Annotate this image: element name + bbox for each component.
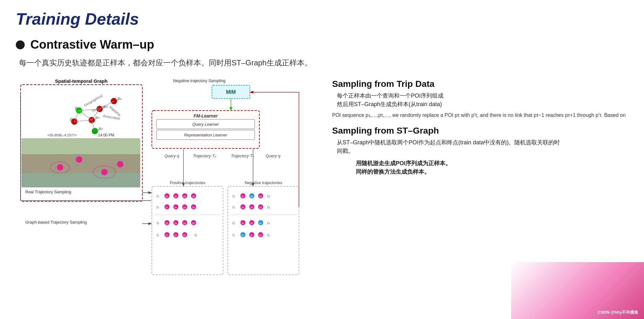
- svg-point-35: [117, 161, 123, 167]
- svg-text:p₅: p₅: [250, 233, 253, 237]
- section-title: Contrastive Warm–up: [30, 38, 154, 51]
- svg-point-69: [173, 204, 178, 209]
- sampling-st-text3: 间戳。: [337, 147, 628, 155]
- svg-rect-29: [22, 138, 140, 187]
- svg-text:t₃: t₃: [267, 194, 270, 198]
- svg-text:Representation  Learner: Representation Learner: [184, 133, 227, 137]
- svg-text:p₅: p₅: [174, 233, 177, 237]
- svg-text:t₁: t₁: [157, 233, 159, 237]
- svg-point-7: [76, 107, 82, 114]
- svg-text:FM-Learner: FM-Learner: [194, 113, 218, 118]
- svg-rect-31: [22, 173, 140, 187]
- page-title: Training Details: [16, 9, 628, 28]
- svg-rect-43: [152, 111, 259, 148]
- svg-line-18: [74, 120, 92, 122]
- svg-text:MIM: MIM: [226, 89, 236, 95]
- svg-point-106: [258, 204, 263, 209]
- svg-rect-30: [22, 154, 140, 173]
- svg-text:p₁: p₁: [165, 233, 168, 237]
- subtitle-text: 每一个真实历史轨迹都是正样本，都会对应一个负样本。同时用ST–Graph生成正样…: [19, 58, 628, 68]
- svg-point-67: [164, 204, 170, 209]
- svg-text:p₆: p₆: [183, 233, 186, 237]
- svg-rect-41: [212, 85, 250, 99]
- svg-point-73: [191, 204, 196, 209]
- svg-point-58: [164, 193, 170, 198]
- sampling-st-text1: 从ST–Graph中随机选取两个POI作为起点和终点(train data中没有…: [337, 138, 628, 147]
- svg-text:p₃: p₃: [192, 195, 195, 198]
- svg-point-60: [173, 193, 178, 198]
- svg-text:p₆: p₆: [250, 195, 253, 198]
- svg-text:Semantic: Semantic: [91, 104, 107, 113]
- svg-text:Trajectory  Tₙ: Trajectory Tₙ: [231, 153, 254, 158]
- sampling-trip-section: Sampling from Trip Data 每个正样本由一个查询和一个POI…: [332, 79, 628, 119]
- sampling-trip-title: Sampling from Trip Data: [332, 79, 628, 89]
- svg-point-13: [92, 128, 98, 134]
- svg-point-62: [182, 193, 187, 198]
- svg-point-96: [249, 193, 254, 198]
- svg-point-83: [191, 220, 196, 225]
- svg-text:Geographical: Geographical: [83, 94, 103, 107]
- svg-point-102: [240, 204, 245, 209]
- svg-text:t₁: t₁: [232, 233, 235, 237]
- svg-text:t₅: t₅: [232, 205, 235, 209]
- page-container: Training Details Contrastive Warm–up 每一个…: [0, 0, 644, 319]
- section-header: Contrastive Warm–up: [16, 38, 628, 51]
- svg-point-121: [249, 232, 254, 237]
- sampling-st-text4: 用随机游走生成POI序列成为正样本。 同样的替换方法生成负样本。: [351, 159, 628, 176]
- svg-text:<55.8595,-4.2577>: <55.8595,-4.2577>: [47, 133, 77, 137]
- svg-text:p₃: p₃: [183, 195, 186, 198]
- svg-text:Query Learner: Query Learner: [192, 122, 219, 127]
- svg-point-64: [191, 193, 196, 198]
- sampling-st-title: Sampling from ST–Graph: [332, 126, 628, 136]
- diagram-svg: Spatial-temporal Graph Construction p₄ p…: [16, 76, 319, 303]
- svg-text:p₁: p₁: [70, 117, 74, 121]
- svg-text:t₂: t₂: [232, 221, 235, 225]
- svg-text:t₁: t₁: [157, 194, 159, 198]
- right-text-panel: Sampling from Trip Data 每个正样本由一个查询和一个POI…: [332, 76, 628, 183]
- sampling-trip-text3: POI sequence p₁,…,pτ,…, we randomly repl…: [332, 111, 628, 119]
- svg-rect-53: [152, 186, 223, 275]
- svg-point-11: [71, 118, 77, 125]
- svg-point-123: [258, 232, 263, 237]
- svg-text:p₄: p₄: [192, 221, 195, 225]
- svg-text:p₄: p₄: [183, 206, 186, 209]
- svg-point-33: [76, 156, 82, 163]
- svg-text:t₄: t₄: [267, 221, 270, 225]
- svg-text:Mapping: Mapping: [109, 105, 121, 116]
- svg-text:p₄: p₄: [117, 96, 121, 101]
- svg-text:Negative trajectory Sampling: Negative trajectory Sampling: [173, 78, 226, 83]
- svg-text:Negative trajectories: Negative trajectories: [245, 180, 282, 185]
- svg-text:Spatial-temporal Graph: Spatial-temporal Graph: [55, 78, 108, 84]
- svg-line-21: [79, 111, 92, 120]
- sampling-trip-text1: 每个正样本由一个查询和一个POI序列组成: [337, 92, 628, 100]
- svg-text:p₆: p₆: [174, 206, 177, 209]
- svg-text:p₄: p₄: [192, 206, 195, 209]
- svg-point-36: [51, 162, 70, 173]
- svg-text:p₁: p₁: [259, 221, 262, 225]
- main-content: Spatial-temporal Graph Construction p₄ p…: [16, 76, 628, 303]
- svg-point-3: [111, 98, 117, 104]
- svg-line-16: [100, 101, 114, 109]
- svg-rect-47: [157, 130, 255, 140]
- svg-point-94: [240, 193, 245, 198]
- svg-point-37: [93, 166, 115, 178]
- svg-point-32: [57, 164, 63, 171]
- svg-point-5: [96, 106, 103, 112]
- svg-point-79: [173, 220, 178, 225]
- svg-text:p₄: p₄: [259, 206, 262, 209]
- svg-text:p₆: p₆: [98, 126, 103, 131]
- svg-line-17: [74, 111, 79, 122]
- svg-point-115: [258, 220, 263, 225]
- svg-text:Query q: Query q: [266, 153, 281, 158]
- svg-point-86: [164, 232, 170, 237]
- svg-text:p₁: p₁: [241, 206, 244, 209]
- svg-text:t₅: t₅: [157, 205, 159, 209]
- svg-text:p₁: p₁: [241, 195, 244, 198]
- svg-text:p₆: p₆: [250, 206, 253, 209]
- svg-point-104: [249, 204, 254, 209]
- svg-rect-45: [157, 119, 255, 129]
- svg-point-98: [258, 193, 263, 198]
- svg-point-71: [182, 204, 187, 209]
- sampling-st-section: Sampling from ST–Graph 从ST–Graph中随机选取两个P…: [332, 126, 628, 176]
- svg-point-113: [249, 220, 254, 225]
